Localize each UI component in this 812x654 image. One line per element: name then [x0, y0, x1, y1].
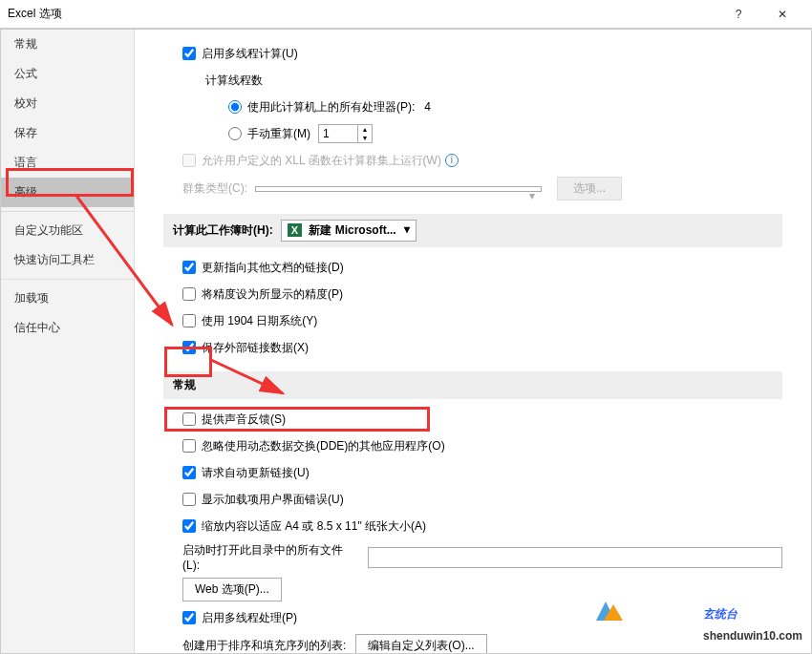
section-calc-workbook: 计算此工作簿时(H): X 新建 Microsoft... [163, 214, 782, 247]
label-ignore-dde: 忽略使用动态数据交换(DDE)的其他应用程序(O) [202, 438, 445, 454]
dropdown-cluster-type [255, 186, 542, 192]
label-sound: 提供声音反馈(S) [202, 411, 286, 428]
label-general: 常规 [173, 377, 196, 393]
watermark-text: 玄统台 shenduwin10.com [703, 601, 802, 644]
excel-icon: X [288, 223, 302, 237]
sidebar-separator [1, 211, 134, 212]
spinner-manual: ▲ ▼ [318, 124, 373, 143]
sidebar-item-customize-ribbon[interactable]: 自定义功能区 [1, 216, 134, 245]
sidebar-item-advanced[interactable]: 高级 [1, 178, 134, 207]
label-multithread-calc: 启用多线程计算(U) [202, 46, 298, 62]
label-calc-threads: 计算线程数 [205, 70, 782, 91]
row-create-list: 创建用于排序和填充序列的列表: 编辑自定义列表(O)... [182, 634, 782, 653]
label-1904: 使用 1904 日期系统(Y) [202, 313, 317, 329]
titlebar: Excel 选项 ? ✕ [0, 0, 812, 29]
radio-manual[interactable] [228, 127, 242, 140]
sidebar-item-quick-access[interactable]: 快速访问工具栏 [1, 245, 134, 275]
processor-count: 4 [424, 100, 431, 114]
close-button[interactable]: ✕ [760, 0, 804, 29]
row-sound: 提供声音反馈(S) [182, 409, 782, 430]
dropdown-workbook[interactable]: X 新建 Microsoft... [281, 220, 417, 242]
checkbox-scale-a4[interactable] [182, 519, 196, 533]
spinner-up-icon[interactable]: ▲ [358, 125, 372, 134]
sidebar-item-trust-center[interactable]: 信任中心 [1, 313, 134, 343]
checkbox-allow-xll [182, 154, 196, 167]
sidebar: 常规 公式 校对 保存 语言 高级 自定义功能区 快速访问工具栏 加载项 信任中… [1, 30, 135, 653]
label-all-processors: 使用此计算机上的所有处理器(P): [247, 99, 415, 116]
cluster-options-button: 选项... [557, 177, 622, 200]
watermark-logo-icon [587, 597, 625, 625]
checkbox-update-links[interactable] [182, 261, 196, 274]
row-allow-xll: 允许用户定义的 XLL 函数在计算群集上运行(W) i [182, 150, 782, 171]
web-options-button[interactable]: Web 选项(P)... [182, 578, 282, 601]
checkbox-precision[interactable] [182, 287, 196, 301]
checkbox-show-errors[interactable] [182, 493, 196, 506]
window-title: Excel 选项 [8, 6, 716, 22]
section-general: 常规 [163, 371, 782, 399]
sidebar-item-formulas[interactable]: 公式 [1, 59, 134, 89]
row-ask-update: 请求自动更新链接(U) [182, 462, 782, 483]
sidebar-item-save[interactable]: 保存 [1, 118, 134, 148]
label-startup: 启动时打开此目录中的所有文件(L): [182, 542, 358, 572]
checkbox-sound[interactable] [182, 412, 196, 426]
sidebar-item-proofing[interactable]: 校对 [1, 89, 134, 118]
row-ignore-dde: 忽略使用动态数据交换(DDE)的其他应用程序(O) [182, 435, 782, 456]
label-manual: 手动重算(M) [247, 126, 310, 142]
row-cluster-type: 群集类型(C): 选项... [182, 177, 782, 200]
row-startup: 启动时打开此目录中的所有文件(L): [182, 542, 782, 572]
label-save-external: 保存外部链接数据(X) [202, 340, 309, 356]
label-scale-a4: 缩放内容以适应 A4 或 8.5 x 11" 纸张大小(A) [202, 518, 426, 535]
row-manual: 手动重算(M) ▲ ▼ [228, 123, 782, 144]
row-1904: 使用 1904 日期系统(Y) [182, 310, 782, 331]
row-update-links: 更新指向其他文档的链接(D) [182, 257, 782, 278]
label-allow-xll: 允许用户定义的 XLL 函数在计算群集上运行(W) [202, 153, 441, 169]
spinner-down-icon[interactable]: ▼ [358, 134, 372, 142]
content-panel[interactable]: 启用多线程计算(U) 计算线程数 使用此计算机上的所有处理器(P): 4 手动重… [135, 30, 811, 653]
checkbox-multithread-calc[interactable] [182, 47, 196, 60]
row-scale-a4: 缩放内容以适应 A4 或 8.5 x 11" 纸张大小(A) [182, 516, 782, 537]
sidebar-item-general[interactable]: 常规 [1, 30, 134, 59]
label-show-errors: 显示加载项用户界面错误(U) [202, 492, 344, 508]
row-show-errors: 显示加载项用户界面错误(U) [182, 489, 782, 510]
row-web-options: Web 选项(P)... [182, 578, 782, 601]
label-multithread-proc: 启用多线程处理(P) [202, 610, 297, 626]
row-precision-displayed: 将精度设为所显示的精度(P) [182, 284, 782, 305]
label-calc-workbook: 计算此工作簿时(H): [173, 222, 273, 239]
radio-all-processors[interactable] [228, 100, 242, 114]
dialog-body: 常规 公式 校对 保存 语言 高级 自定义功能区 快速访问工具栏 加载项 信任中… [0, 29, 812, 654]
input-startup-path[interactable] [368, 547, 782, 568]
row-multithread-proc: 启用多线程处理(P) [182, 607, 782, 628]
checkbox-multithread-proc[interactable] [182, 611, 196, 624]
info-icon[interactable]: i [445, 154, 459, 167]
checkbox-ask-update[interactable] [182, 466, 196, 479]
workbook-name: 新建 Microsoft... [309, 223, 395, 237]
spinner-input[interactable] [319, 125, 357, 142]
row-save-external: 保存外部链接数据(X) [182, 337, 782, 358]
label-update-links: 更新指向其他文档的链接(D) [202, 260, 344, 276]
checkbox-ignore-dde[interactable] [182, 439, 196, 453]
label-precision: 将精度设为所显示的精度(P) [202, 286, 343, 303]
sidebar-item-language[interactable]: 语言 [1, 148, 134, 178]
sidebar-item-addins[interactable]: 加载项 [1, 284, 134, 313]
row-multithread-calc: 启用多线程计算(U) [182, 43, 782, 64]
help-button[interactable]: ? [716, 0, 760, 29]
label-cluster-type: 群集类型(C): [182, 180, 247, 197]
label-ask-update: 请求自动更新链接(U) [202, 465, 310, 481]
sidebar-separator [1, 279, 134, 280]
row-use-all-processors: 使用此计算机上的所有处理器(P): 4 [228, 96, 782, 117]
checkbox-1904[interactable] [182, 314, 196, 327]
label-create-list: 创建用于排序和填充序列的列表: [182, 638, 346, 653]
checkbox-save-external[interactable] [182, 341, 196, 354]
edit-custom-list-button[interactable]: 编辑自定义列表(O)... [355, 634, 486, 653]
